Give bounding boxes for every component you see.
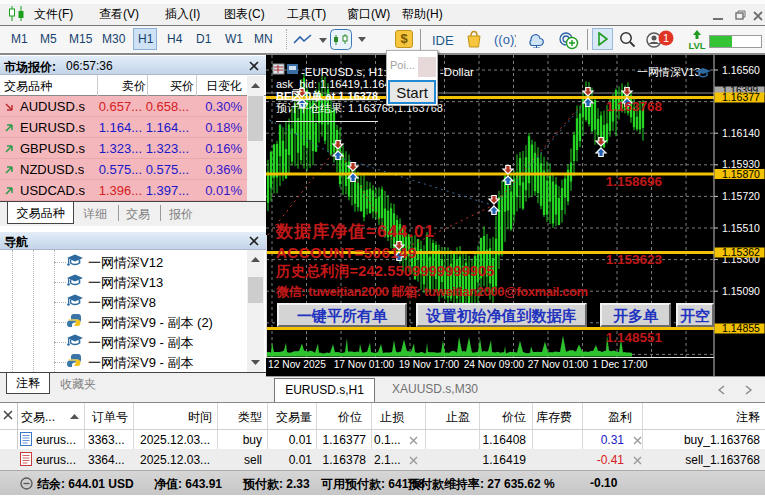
svg-text:1.16140: 1.16140: [722, 127, 760, 139]
svg-text:一网情深V13: 一网情深V13: [637, 66, 701, 78]
svg-text:1.163768: 1.163768: [606, 99, 663, 114]
svg-text:27 Nov 01:00: 27 Nov 01:00: [528, 359, 589, 370]
svg-text:1.15870: 1.15870: [722, 168, 760, 180]
svg-text:1.148551: 1.148551: [606, 330, 663, 345]
svg-text:ask_bid: 1.16419,1.16408: ask_bid: 1.16419,1.16408: [276, 78, 403, 90]
svg-text:1.15510: 1.15510: [722, 222, 760, 234]
svg-text:12 Nov 2025: 12 Nov 2025: [268, 359, 326, 370]
svg-text:数据库净值=644.01: 数据库净值=644.01: [275, 221, 435, 241]
svg-text:17 Nov 01:00: 17 Nov 01:00: [334, 359, 395, 370]
svg-text:LVL: LVL: [688, 40, 705, 51]
svg-text:ACCOUNT=506149: ACCOUNT=506149: [276, 244, 417, 261]
svg-text:1.15090: 1.15090: [722, 285, 760, 297]
svg-text:1.153623: 1.153623: [606, 252, 663, 267]
svg-text:24 Nov 09:00: 24 Nov 09:00: [464, 359, 525, 370]
svg-text:19 Nov 17:00: 19 Nov 17:00: [399, 359, 460, 370]
svg-text:微信: tuweitian2000 邮箱: tuweitia: 微信: tuweitian2000 邮箱: tuweitian2000@foxm…: [275, 284, 588, 299]
svg-text:1.15720: 1.15720: [722, 190, 760, 202]
svg-text:((o)): ((o)): [494, 32, 516, 47]
svg-text:1: 1: [663, 32, 669, 44]
svg-text:-EURUSD.s, H1:: -EURUSD.s, H1:: [301, 66, 387, 78]
svg-text:1.15362: 1.15362: [722, 246, 760, 258]
svg-text:-Dollar: -Dollar: [440, 66, 474, 78]
svg-text:BE区 0单 at 1.16378: BE区 0单 at 1.16378: [276, 90, 378, 102]
svg-text:1 Dec 17:00: 1 Dec 17:00: [593, 359, 648, 370]
svg-text:历史总利润=242.5509999999905: 历史总利润=242.5509999999905: [275, 263, 495, 279]
svg-text:1.16560: 1.16560: [722, 64, 760, 76]
svg-text:1.16377: 1.16377: [722, 91, 760, 103]
svg-text:1.158696: 1.158696: [606, 174, 663, 189]
svg-text:1.14855: 1.14855: [722, 322, 760, 334]
